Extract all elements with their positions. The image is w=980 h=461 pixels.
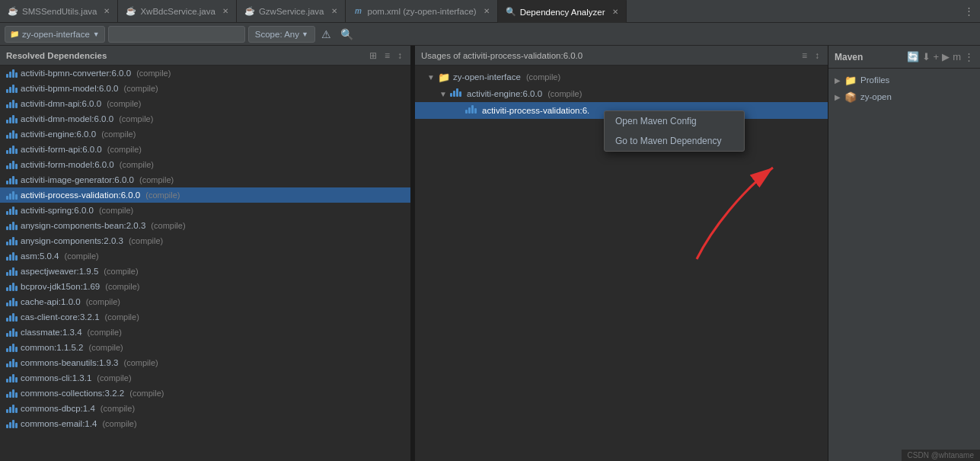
- tab-gzwservice[interactable]: ☕ GzwService.java ✕: [237, 0, 346, 23]
- search-icon[interactable]: 🔍: [337, 27, 356, 42]
- maven-download-icon[interactable]: ⬇: [922, 51, 931, 62]
- dep-icon-left-3: [6, 115, 18, 123]
- dep-icon-left-17: [6, 328, 18, 337]
- dep-name-7: activiti-image-generator:6.0.0: [21, 175, 134, 184]
- tab-close-xwbdcservice[interactable]: ✕: [222, 7, 228, 15]
- scope-dropdown-icon: ▼: [302, 30, 308, 38]
- expand-all-icon[interactable]: ⊞: [367, 50, 379, 62]
- dep-icon-left-15: [6, 298, 18, 306]
- dep-name-5: activiti-form-api:6.0.0: [21, 145, 102, 154]
- dep-name-15: cache-api:1.0.0: [21, 297, 81, 306]
- maven-label-zyopen: zy-open: [860, 92, 892, 101]
- dep-scope-2: (compile): [104, 99, 141, 108]
- maven-refresh-icon[interactable]: 🔄: [907, 51, 919, 62]
- dep-item-19[interactable]: commons-beanutils:1.9.3 (compile): [0, 355, 410, 370]
- dep-item-1[interactable]: activiti-bpmn-model:6.0.0 (compile): [0, 81, 410, 96]
- dep-icon-left-11: [6, 237, 18, 245]
- dep-item-7[interactable]: activiti-image-generator:6.0.0 (compile): [0, 172, 410, 187]
- dep-item-10[interactable]: anysign-components-bean:2.0.3 (compile): [0, 218, 410, 233]
- dep-name-11: anysign-components:2.0.3: [21, 236, 123, 245]
- tab-smssendutils[interactable]: ☕ SMSSendUtils.java ✕: [0, 0, 118, 23]
- tree-arrow-1: ▼: [439, 90, 447, 98]
- dep-item-13[interactable]: aspectjweaver:1.9.5 (compile): [0, 264, 410, 279]
- dep-item-22[interactable]: commons-dbcp:1.4 (compile): [0, 401, 410, 416]
- dep-name-10: anysign-components-bean:2.0.3: [21, 221, 145, 230]
- dep-scope-7: (compile): [137, 175, 174, 184]
- tab-bar: ☕ SMSSendUtils.java ✕ ☕ XwBdcService.jav…: [0, 0, 980, 23]
- tree-item-1[interactable]: ▼ activiti-engine:6.0.0 (compile): [415, 85, 828, 102]
- tab-pomxml[interactable]: m pom.xml (zy-open-interface) ✕: [346, 0, 498, 23]
- search-input[interactable]: [108, 26, 245, 43]
- scope-button[interactable]: Scope: Any ▼: [248, 26, 315, 43]
- context-menu: Open Maven Config Go to Maven Dependency: [604, 110, 745, 152]
- right-collapse-icon[interactable]: ≡: [800, 50, 809, 62]
- dep-scope-9: (compile): [97, 206, 133, 215]
- dep-scope-6: (compile): [117, 160, 154, 169]
- tab-dependency-analyzer[interactable]: 🔍 Dependency Analyzer ✕: [498, 0, 627, 23]
- dep-item-23[interactable]: commons-email:1.4 (compile): [0, 416, 410, 431]
- dep-name-14: bcprov-jdk15on:1.69: [21, 282, 100, 291]
- maven-label-profiles: Profiles: [860, 75, 889, 85]
- context-menu-go-to-dependency[interactable]: Go to Maven Dependency: [605, 131, 744, 151]
- maven-extra-icon[interactable]: ⋮: [964, 51, 974, 62]
- dependency-list: activiti-bpmn-converter:6.0.0 (compile) …: [0, 66, 410, 461]
- tab-close-gzwservice[interactable]: ✕: [331, 7, 337, 15]
- dep-item-8[interactable]: activiti-process-validation:6.0.0 (compi…: [0, 187, 410, 203]
- dep-scope-12: (compile): [62, 251, 99, 261]
- dep-name-1: activiti-bpmn-model:6.0.0: [21, 84, 118, 93]
- main-content: Resolved Dependencies ⊞ ≡ ↕ activiti-bpm…: [0, 46, 980, 461]
- tree-item-0[interactable]: ▼ 📁 zy-open-interface (compile): [415, 69, 828, 85]
- tree-label-2: activiti-process-validation:6.: [482, 106, 589, 115]
- dep-icon-left-7: [6, 176, 18, 184]
- tab-close-pomxml[interactable]: ✕: [484, 7, 490, 15]
- dep-item-5[interactable]: activiti-form-api:6.0.0 (compile): [0, 142, 410, 157]
- dep-icon-left-6: [6, 161, 18, 169]
- collapse-all-icon[interactable]: ≡: [382, 50, 392, 62]
- dep-item-11[interactable]: anysign-components:2.0.3 (compile): [0, 233, 410, 248]
- dep-scope-4: (compile): [99, 130, 136, 139]
- tab-close-analyzer[interactable]: ✕: [612, 8, 618, 16]
- dep-item-18[interactable]: common:1.1.5.2 (compile): [0, 340, 410, 355]
- maven-tree: ▶ 📁 Profiles ▶ 📦 zy-open: [828, 69, 980, 461]
- dep-item-14[interactable]: bcprov-jdk15on:1.69 (compile): [0, 279, 410, 294]
- dep-item-17[interactable]: classmate:1.3.4 (compile): [0, 325, 410, 340]
- dep-item-2[interactable]: activiti-dmn-api:6.0.0 (compile): [0, 96, 410, 111]
- sort-icon[interactable]: ↕: [395, 50, 404, 62]
- maven-arrow-profiles: ▶: [835, 76, 841, 85]
- dep-item-20[interactable]: commons-cli:1.3.1 (compile): [0, 370, 410, 386]
- dep-scope-1: (compile): [121, 84, 158, 93]
- dep-item-9[interactable]: activiti-spring:6.0.0 (compile): [0, 203, 410, 218]
- folder-icon-0: 📁: [438, 72, 450, 83]
- dep-name-16: cas-client-core:3.2.1: [21, 312, 100, 322]
- java-file-icon2: ☕: [126, 6, 136, 17]
- maven-add-icon[interactable]: +: [934, 51, 940, 62]
- tree-label-1: activiti-engine:6.0.0: [467, 89, 542, 98]
- right-panel: Usages of activiti-process-validation:6.…: [415, 46, 828, 461]
- tab-xwbdcservice[interactable]: ☕ XwBdcService.java ✕: [118, 0, 236, 23]
- tab-bar-end: ⋮: [961, 4, 980, 18]
- context-menu-open-maven-config[interactable]: Open Maven Config: [605, 111, 744, 131]
- maven-run-icon[interactable]: ▶: [942, 51, 950, 62]
- dep-item-3[interactable]: activiti-dmn-model:6.0.0 (compile): [0, 111, 410, 126]
- dep-item-16[interactable]: cas-client-core:3.2.1 (compile): [0, 309, 410, 325]
- maven-tree-item-zyopen[interactable]: ▶ 📦 zy-open: [828, 88, 980, 105]
- tab-close-smssendutils[interactable]: ✕: [104, 7, 110, 15]
- warning-icon[interactable]: ⚠: [318, 27, 334, 42]
- dep-item-6[interactable]: activiti-form-model:6.0.0 (compile): [0, 157, 410, 172]
- dep-item-12[interactable]: asm:5.0.4 (compile): [0, 248, 410, 264]
- dep-item-21[interactable]: commons-collections:3.2.2 (compile): [0, 386, 410, 401]
- dep-icon-left-0: [6, 69, 18, 78]
- dep-name-4: activiti-engine:6.0.0: [21, 130, 96, 139]
- tab-overflow-button[interactable]: ⋮: [961, 4, 977, 18]
- maven-more-icon[interactable]: m: [953, 51, 961, 62]
- dep-icon-left-21: [6, 389, 18, 398]
- dep-icon-left-12: [6, 252, 18, 261]
- dep-item-15[interactable]: cache-api:1.0.0 (compile): [0, 294, 410, 309]
- dep-scope-3: (compile): [117, 114, 153, 123]
- dep-name-0: activiti-bpmn-converter:6.0.0: [21, 69, 131, 78]
- right-expand-icon[interactable]: ↕: [812, 50, 822, 62]
- project-selector[interactable]: 📁 zy-open-interface ▼: [5, 26, 105, 43]
- dep-item-0[interactable]: activiti-bpmn-converter:6.0.0 (compile): [0, 66, 410, 81]
- dep-item-4[interactable]: activiti-engine:6.0.0 (compile): [0, 126, 410, 142]
- maven-tree-item-profiles[interactable]: ▶ 📁 Profiles: [828, 72, 980, 88]
